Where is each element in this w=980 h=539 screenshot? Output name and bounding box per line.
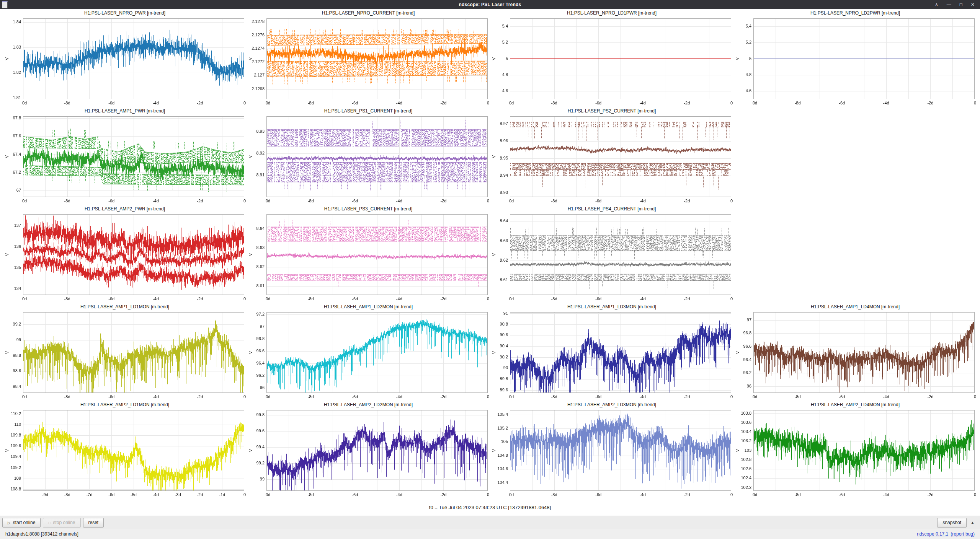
snapshot-label: snapshot: [942, 520, 961, 525]
stop-icon: □: [48, 521, 51, 525]
version-link[interactable]: ndscope 0.17.1: [917, 531, 948, 537]
plot-cell: H1:PSL-LASER_AMP1_LD2MON [m-trend]: [247, 303, 490, 401]
plot-canvas[interactable]: [247, 409, 490, 499]
plot-cell: H1:PSL-LASER_AMP2_LD2MON [m-trend]: [247, 401, 490, 499]
plot-canvas[interactable]: [3, 115, 247, 205]
plot-cell: H1:PSL-LASER_NPRO_CURRENT [m-trend]: [247, 9, 490, 107]
plot-canvas[interactable]: [247, 311, 490, 401]
t0-label: t0 = Tue Jul 04 2023 07:44:23 UTC [13724…: [429, 505, 551, 510]
raise-panel-icon[interactable]: ▲: [970, 520, 975, 525]
plot-title: H1:PSL-LASER_PS4_CURRENT [m-trend]: [490, 205, 733, 213]
plot-grid: H1:PSL-LASER_NPRO_PWR [m-trend]H1:PSL-LA…: [0, 9, 980, 499]
title-bar: ndscope: PSL Laser Trends ∧ — □ ✕: [0, 0, 980, 9]
status-bar: h1daqnds1:8088 [393412 channels] ndscope…: [0, 529, 980, 539]
stop-online-label: stop online: [53, 520, 75, 525]
plot-canvas[interactable]: [490, 213, 733, 303]
report-bug-link[interactable]: (report bug): [951, 531, 975, 537]
plot-title: H1:PSL-LASER_PS1_CURRENT [m-trend]: [247, 107, 490, 115]
plot-canvas[interactable]: [490, 115, 733, 205]
ndscope-window: ndscope: PSL Laser Trends ∧ — □ ✕ H1:PSL…: [0, 0, 980, 539]
plot-title: H1:PSL-LASER_PS2_CURRENT [m-trend]: [490, 107, 733, 115]
plot-canvas[interactable]: [733, 409, 977, 499]
plot-title: H1:PSL-LASER_AMP1_LD4MON [m-trend]: [733, 303, 977, 311]
plot-cell: H1:PSL-LASER_AMP2_PWR [m-trend]: [3, 205, 247, 303]
plot-cell: H1:PSL-LASER_PS2_CURRENT [m-trend]: [490, 107, 733, 205]
toolbar: ▷ start online □ stop online reset snaps…: [0, 516, 980, 529]
plot-cell: H1:PSL-LASER_AMP1_LD3MON [m-trend]: [490, 303, 733, 401]
plot-title: H1:PSL-LASER_AMP1_LD2MON [m-trend]: [247, 303, 490, 311]
plot-title: H1:PSL-LASER_NPRO_PWR [m-trend]: [3, 9, 247, 17]
server-status: h1daqnds1:8088 [393412 channels]: [5, 531, 78, 537]
plot-title: H1:PSL-LASER_AMP2_LD1MON [m-trend]: [3, 401, 247, 409]
start-online-button[interactable]: ▷ start online: [2, 518, 41, 528]
plot-cell: H1:PSL-LASER_AMP1_LD4MON [m-trend]: [733, 303, 977, 401]
t0-row: t0 = Tue Jul 04 2023 07:44:23 UTC [13724…: [0, 499, 980, 516]
plot-cell: H1:PSL-LASER_NPRO_LD1PWR [m-trend]: [490, 9, 733, 107]
plot-cell: H1:PSL-LASER_AMP1_PWR [m-trend]: [3, 107, 247, 205]
plot-title: H1:PSL-LASER_AMP1_LD3MON [m-trend]: [490, 303, 733, 311]
plot-canvas[interactable]: [3, 409, 247, 499]
plot-cell: H1:PSL-LASER_AMP2_LD3MON [m-trend]: [490, 401, 733, 499]
snapshot-button[interactable]: snapshot: [937, 518, 967, 528]
plot-canvas[interactable]: [490, 17, 733, 107]
plot-cell: H1:PSL-LASER_AMP2_LD1MON [m-trend]: [3, 401, 247, 499]
plot-cell: H1:PSL-LASER_AMP1_LD1MON [m-trend]: [3, 303, 247, 401]
plot-canvas[interactable]: [3, 17, 247, 107]
plot-canvas[interactable]: [733, 17, 977, 107]
plot-cell: H1:PSL-LASER_PS4_CURRENT [m-trend]: [490, 205, 733, 303]
stop-online-button[interactable]: □ stop online: [43, 518, 80, 528]
plot-title: H1:PSL-LASER_AMP2_LD3MON [m-trend]: [490, 401, 733, 409]
plot-title: H1:PSL-LASER_NPRO_LD1PWR [m-trend]: [490, 9, 733, 17]
close-icon[interactable]: ✕: [971, 2, 975, 7]
plot-cell: H1:PSL-LASER_AMP2_LD4MON [m-trend]: [733, 401, 977, 499]
window-title: ndscope: PSL Laser Trends: [0, 2, 980, 7]
play-icon: ▷: [8, 521, 11, 525]
minimize-icon[interactable]: —: [947, 2, 951, 7]
plot-canvas[interactable]: [490, 409, 733, 499]
maximize-icon[interactable]: □: [960, 2, 962, 7]
plot-cell: H1:PSL-LASER_NPRO_LD2PWR [m-trend]: [733, 9, 977, 107]
start-online-label: start online: [13, 520, 36, 525]
plot-cell: H1:PSL-LASER_PS3_CURRENT [m-trend]: [247, 205, 490, 303]
reset-button[interactable]: reset: [83, 518, 104, 528]
plot-title: H1:PSL-LASER_AMP1_PWR [m-trend]: [3, 107, 247, 115]
plot-cell: H1:PSL-LASER_NPRO_PWR [m-trend]: [3, 9, 247, 107]
plot-canvas[interactable]: [490, 311, 733, 401]
plot-title: H1:PSL-LASER_NPRO_CURRENT [m-trend]: [247, 9, 490, 17]
plot-title: H1:PSL-LASER_NPRO_LD2PWR [m-trend]: [733, 9, 977, 17]
plot-title: H1:PSL-LASER_PS3_CURRENT [m-trend]: [247, 205, 490, 213]
plot-canvas[interactable]: [247, 213, 490, 303]
shade-icon[interactable]: ∧: [935, 2, 938, 7]
plot-title: H1:PSL-LASER_AMP2_PWR [m-trend]: [3, 205, 247, 213]
plot-canvas[interactable]: [733, 311, 977, 401]
plot-canvas[interactable]: [247, 115, 490, 205]
plot-cell: H1:PSL-LASER_PS1_CURRENT [m-trend]: [247, 107, 490, 205]
plot-canvas[interactable]: [3, 311, 247, 401]
plot-title: H1:PSL-LASER_AMP1_LD1MON [m-trend]: [3, 303, 247, 311]
plot-title: H1:PSL-LASER_AMP2_LD4MON [m-trend]: [733, 401, 977, 409]
plot-title: H1:PSL-LASER_AMP2_LD2MON [m-trend]: [247, 401, 490, 409]
reset-label: reset: [88, 520, 99, 525]
plot-canvas[interactable]: [247, 17, 490, 107]
plot-canvas[interactable]: [3, 213, 247, 303]
